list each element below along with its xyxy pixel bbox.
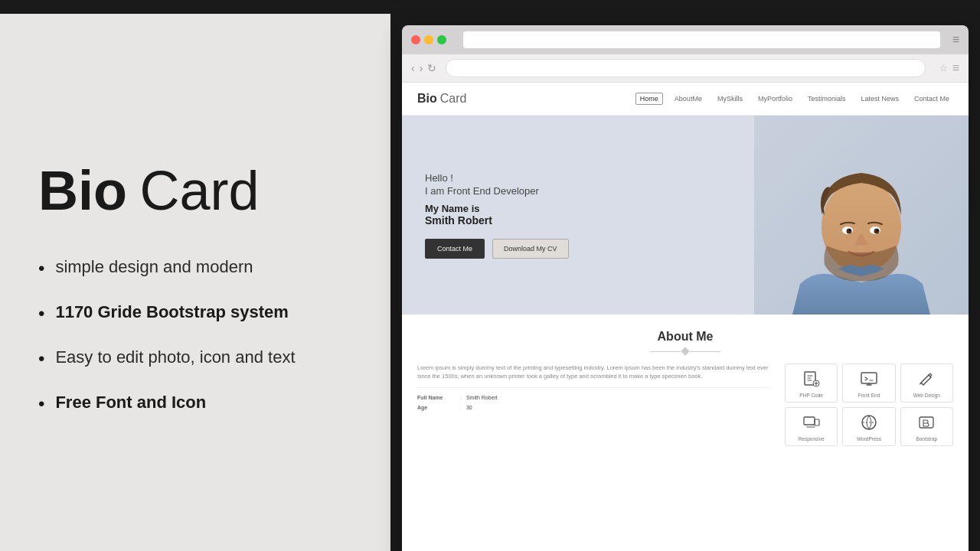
skill-responsive-label: Responsive bbox=[799, 436, 825, 442]
chrome-address-bar[interactable] bbox=[463, 31, 940, 48]
list-item: • 1170 Gride Bootstrap system bbox=[38, 302, 352, 325]
nav-item-skills[interactable]: MySkills bbox=[714, 93, 746, 104]
webdesign-icon bbox=[918, 370, 935, 390]
bullet-icon: • bbox=[38, 256, 44, 280]
list-item: • Easy to edit photo, icon and text bbox=[38, 347, 352, 370]
skill-webdesign: Web Design bbox=[900, 364, 953, 403]
traffic-lights bbox=[411, 35, 446, 44]
logo-card: Card bbox=[440, 92, 467, 106]
browser-chrome: ≡ bbox=[402, 25, 969, 54]
hero-section: Hello ! I am Front End Developer My Name… bbox=[402, 116, 969, 315]
maximize-button[interactable] bbox=[437, 35, 446, 44]
feature-text: 1170 Gride Bootstrap system bbox=[55, 302, 288, 324]
about-info: Full Name : Smith Robert Age : 30 bbox=[417, 387, 769, 412]
bullet-icon: • bbox=[38, 347, 44, 370]
feature-text: Free Font and Icon bbox=[55, 392, 206, 414]
skill-bootstrap: Bootstrap bbox=[900, 407, 953, 446]
bootstrap-icon bbox=[918, 414, 935, 433]
info-row-age: Age : 30 bbox=[417, 403, 769, 412]
svg-rect-13 bbox=[804, 417, 815, 425]
info-value-fullname: Smith Robert bbox=[466, 395, 498, 400]
hero-name-label: My Name is bbox=[425, 203, 946, 214]
hero-greeting: Hello ! bbox=[425, 172, 946, 184]
hero-name: Smith Robert bbox=[425, 214, 946, 227]
refresh-button[interactable]: ↻ bbox=[427, 62, 436, 74]
about-content: Lorem ipsum is simply dummy text of the … bbox=[417, 364, 953, 446]
about-text-block: Lorem ipsum is simply dummy text of the … bbox=[417, 364, 769, 446]
title-bio: Bio bbox=[38, 160, 127, 221]
minimize-button[interactable] bbox=[424, 35, 433, 44]
info-value-age: 30 bbox=[466, 405, 472, 410]
skill-bootstrap-label: Bootstrap bbox=[916, 436, 937, 442]
browser-toolbar: ‹ › ↻ ☆ ≡ bbox=[402, 54, 969, 83]
title-block: Bio Card bbox=[38, 163, 352, 218]
list-item: • simple design and modern bbox=[38, 256, 352, 280]
download-cv-button[interactable]: Download My CV bbox=[492, 239, 569, 259]
skill-frontend-label: Front End bbox=[858, 393, 880, 398]
divider-left bbox=[650, 351, 681, 352]
site-logo: Bio Card bbox=[417, 92, 466, 106]
info-label-fullname: Full Name bbox=[417, 395, 456, 400]
skill-wordpress-label: WordPress bbox=[857, 436, 881, 442]
list-item: • Free Font and Icon bbox=[38, 392, 352, 416]
responsive-icon bbox=[803, 414, 820, 433]
skills-grid: PHP Code Front End bbox=[785, 364, 953, 446]
back-button[interactable]: ‹ bbox=[411, 62, 415, 74]
skill-responsive: Responsive bbox=[785, 407, 838, 446]
features-list: • simple design and modern • 1170 Gride … bbox=[38, 256, 352, 416]
nav-item-contact[interactable]: Contact Me bbox=[910, 93, 953, 104]
about-section: About Me Lorem ipsum is simply dummy tex… bbox=[402, 315, 969, 454]
logo-bio: Bio bbox=[417, 92, 437, 106]
contact-button[interactable]: Contact Me bbox=[425, 239, 485, 259]
frontend-icon bbox=[861, 370, 877, 390]
website-content: Bio Card Home AboutMe MySkills MyPortfol… bbox=[402, 83, 969, 551]
right-panel: ≡ ‹ › ↻ ☆ ≡ Bio Card bbox=[390, 14, 980, 551]
hero-role: I am Front End Developer bbox=[425, 185, 946, 197]
feature-text: simple design and modern bbox=[55, 256, 253, 279]
close-button[interactable] bbox=[411, 35, 420, 44]
browser-menu-icon[interactable]: ≡ bbox=[952, 33, 959, 47]
about-title: About Me bbox=[417, 330, 953, 344]
bullet-icon: • bbox=[38, 302, 44, 325]
feature-text: Easy to edit photo, icon and text bbox=[55, 347, 295, 369]
bullet-icon: • bbox=[38, 392, 44, 416]
nav-item-home[interactable]: Home bbox=[635, 93, 663, 105]
title-card: Card bbox=[139, 160, 259, 221]
divider-diamond bbox=[681, 347, 689, 355]
url-bar[interactable] bbox=[446, 59, 925, 77]
left-panel: Bio Card • simple design and modern • 11… bbox=[0, 14, 390, 551]
about-divider bbox=[417, 348, 953, 354]
php-icon bbox=[803, 370, 820, 390]
skill-php: PHP Code bbox=[785, 364, 838, 403]
site-menu: Home AboutMe MySkills MyPortfolio Testim… bbox=[635, 93, 953, 105]
divider-right bbox=[690, 351, 720, 352]
nav-item-news[interactable]: Latest News bbox=[857, 93, 903, 104]
skill-php-label: PHP Code bbox=[799, 393, 823, 398]
menu-icon[interactable]: ≡ bbox=[952, 61, 959, 75]
info-label-age: Age bbox=[417, 405, 456, 410]
wordpress-icon bbox=[861, 414, 877, 433]
hero-text: Hello ! I am Front End Developer My Name… bbox=[402, 149, 969, 282]
info-row-fullname: Full Name : Smith Robert bbox=[417, 393, 769, 403]
forward-button[interactable]: › bbox=[420, 62, 423, 74]
hero-buttons: Contact Me Download My CV bbox=[425, 239, 946, 259]
skill-webdesign-label: Web Design bbox=[913, 393, 940, 398]
bookmark-icon[interactable]: ☆ bbox=[939, 63, 948, 73]
skill-wordpress: WordPress bbox=[842, 407, 895, 446]
svg-rect-12 bbox=[861, 373, 877, 383]
nav-item-about[interactable]: AboutMe bbox=[671, 93, 706, 104]
browser-window: ≡ ‹ › ↻ ☆ ≡ Bio Card bbox=[402, 25, 969, 551]
nav-item-portfolio[interactable]: MyPortfolio bbox=[754, 93, 796, 104]
svg-rect-14 bbox=[815, 419, 819, 425]
site-nav: Bio Card Home AboutMe MySkills MyPortfol… bbox=[402, 83, 969, 116]
about-body-text: Lorem ipsum is simply dummy text of the … bbox=[417, 364, 769, 381]
skill-frontend: Front End bbox=[842, 364, 895, 403]
nav-item-testimonials[interactable]: Testimonials bbox=[804, 93, 850, 104]
